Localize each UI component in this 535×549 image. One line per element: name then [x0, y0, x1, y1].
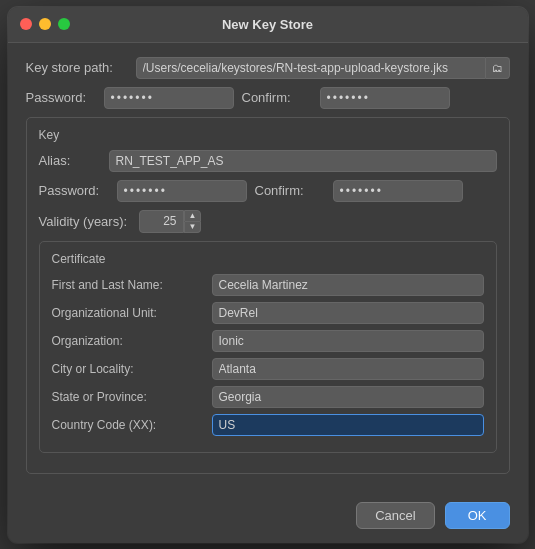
- org-unit-row: Organizational Unit:: [52, 302, 484, 324]
- top-password-row: Password: Confirm:: [26, 87, 510, 109]
- cancel-button[interactable]: Cancel: [356, 502, 434, 529]
- top-confirm-group: Confirm:: [242, 87, 450, 109]
- dialog-content: Key store path: 🗂 Password: Confirm: Key…: [8, 43, 528, 496]
- key-confirm-input[interactable]: [333, 180, 463, 202]
- validity-label: Validity (years):: [39, 214, 139, 229]
- key-password-label: Password:: [39, 183, 109, 198]
- org-unit-label: Organizational Unit:: [52, 306, 212, 320]
- folder-icon: 🗂: [492, 62, 503, 74]
- org-unit-input[interactable]: [212, 302, 484, 324]
- validity-spinner: ▲ ▼: [139, 210, 202, 233]
- dialog-title: New Key Store: [222, 17, 313, 32]
- keystore-path-label: Key store path:: [26, 60, 136, 75]
- close-button[interactable]: [20, 18, 32, 30]
- top-confirm-input[interactable]: [320, 87, 450, 109]
- key-password-input[interactable]: [117, 180, 247, 202]
- browse-folder-button[interactable]: 🗂: [486, 57, 510, 79]
- state-input[interactable]: [212, 386, 484, 408]
- state-label: State or Province:: [52, 390, 212, 404]
- alias-label: Alias:: [39, 153, 109, 168]
- keystore-path-row: Key store path: 🗂: [26, 57, 510, 79]
- state-row: State or Province:: [52, 386, 484, 408]
- key-section-header: Key: [39, 128, 497, 142]
- path-input-container: 🗂: [136, 57, 510, 79]
- org-row: Organization:: [52, 330, 484, 352]
- org-label: Organization:: [52, 334, 212, 348]
- city-input[interactable]: [212, 358, 484, 380]
- certificate-header: Certificate: [52, 252, 484, 266]
- city-label: City or Locality:: [52, 362, 212, 376]
- top-confirm-label: Confirm:: [242, 90, 312, 105]
- maximize-button[interactable]: [58, 18, 70, 30]
- key-section: Key Alias: Password: Confirm: Validity (…: [26, 117, 510, 474]
- city-row: City or Locality:: [52, 358, 484, 380]
- certificate-section: Certificate First and Last Name: Organiz…: [39, 241, 497, 453]
- minimize-button[interactable]: [39, 18, 51, 30]
- validity-row: Validity (years): ▲ ▼: [39, 210, 497, 233]
- spinner-up-button[interactable]: ▲: [184, 210, 202, 222]
- country-code-label: Country Code (XX):: [52, 418, 212, 432]
- first-last-name-label: First and Last Name:: [52, 278, 212, 292]
- first-last-name-row: First and Last Name:: [52, 274, 484, 296]
- title-bar-buttons: [20, 18, 70, 30]
- country-code-row: Country Code (XX):: [52, 414, 484, 436]
- alias-row: Alias:: [39, 150, 497, 172]
- validity-input[interactable]: [139, 210, 184, 233]
- top-password-label: Password:: [26, 90, 96, 105]
- first-last-name-input[interactable]: [212, 274, 484, 296]
- key-confirm-label: Confirm:: [255, 183, 325, 198]
- title-bar: New Key Store: [8, 7, 528, 43]
- key-confirm-group: Confirm:: [255, 180, 463, 202]
- alias-input[interactable]: [109, 150, 497, 172]
- keystore-path-input[interactable]: [136, 57, 486, 79]
- top-password-input[interactable]: [104, 87, 234, 109]
- country-code-input[interactable]: [212, 414, 484, 436]
- org-input[interactable]: [212, 330, 484, 352]
- spinner-down-button[interactable]: ▼: [184, 222, 202, 233]
- new-key-store-dialog: New Key Store Key store path: 🗂 Password…: [8, 7, 528, 543]
- ok-button[interactable]: OK: [445, 502, 510, 529]
- key-password-row: Password: Confirm:: [39, 180, 497, 202]
- spinner-buttons: ▲ ▼: [184, 210, 202, 233]
- dialog-footer: Cancel OK: [8, 496, 528, 543]
